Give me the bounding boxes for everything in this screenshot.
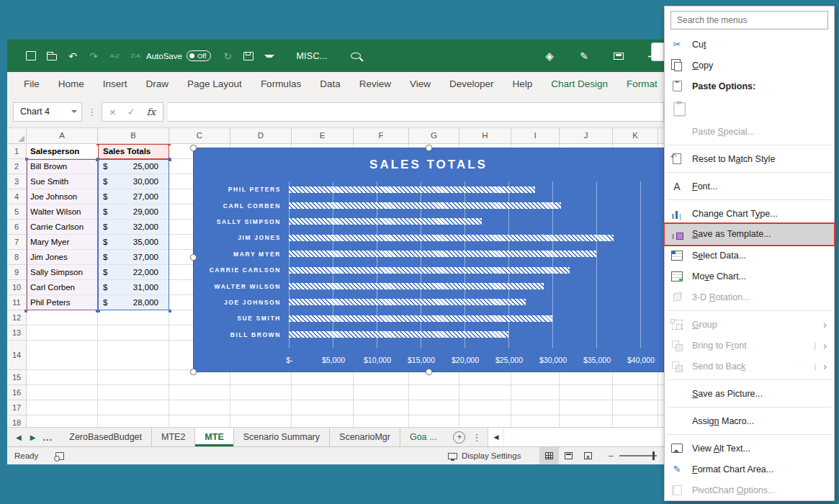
sheet-tab[interactable]: MTE2	[151, 428, 194, 446]
menu-item[interactable]: Select Data...	[665, 245, 834, 266]
chart-bar[interactable]	[289, 235, 614, 241]
prev-sheet-icon[interactable]: ◀	[16, 433, 22, 441]
cell-salesperson[interactable]: Sally Simpson	[27, 265, 98, 280]
chart-title[interactable]: SALES TOTALS	[194, 158, 663, 172]
zoom-out-icon[interactable]: −	[608, 451, 614, 462]
ribbon-tab[interactable]: Chart Design	[542, 72, 617, 96]
chart[interactable]: SALES TOTALS $- $5,000	[193, 148, 664, 372]
laser-pen-icon[interactable]	[579, 50, 589, 62]
display-settings-icon[interactable]	[448, 453, 457, 459]
sheet-tab[interactable]: Scenario Summary	[233, 428, 329, 446]
enter-icon[interactable]: ✓	[127, 107, 135, 117]
worksheet-grid[interactable]: 123456789101112131415161718 Salesperson …	[7, 144, 664, 427]
row-header[interactable]: 8	[7, 250, 26, 265]
row-header[interactable]: 4	[7, 189, 26, 204]
row-header[interactable]: 3	[7, 174, 26, 189]
open-file-icon[interactable]	[47, 54, 57, 60]
selection-handle[interactable]	[426, 145, 432, 151]
selection-handle[interactable]	[190, 369, 197, 375]
scroll-left-icon[interactable]	[488, 428, 504, 446]
column-header[interactable]: E	[292, 128, 354, 143]
column-header[interactable]: K	[613, 128, 658, 143]
chart-bar[interactable]	[289, 315, 552, 322]
ribbon-tab[interactable]: Formulas	[251, 72, 310, 96]
menu-item[interactable]: Change Chart Type...	[665, 203, 834, 224]
row-header[interactable]: 10	[7, 280, 26, 295]
menu-item[interactable]: Reset to Match Style	[665, 148, 834, 169]
row-header[interactable]: 13	[7, 325, 26, 341]
column-header[interactable]: J	[560, 128, 613, 143]
search-icon[interactable]	[351, 53, 361, 59]
cell-b1[interactable]: Sales Totals	[98, 144, 169, 159]
chart-bar[interactable]	[289, 202, 561, 209]
chart-bar[interactable]	[289, 251, 596, 257]
row-header[interactable]: 11	[7, 295, 26, 310]
sheet-tab[interactable]: ScenarioMgr	[329, 428, 400, 446]
cell-a1[interactable]: Salesperson	[27, 144, 98, 159]
menu-item[interactable]: Send to Back | ›	[665, 356, 834, 377]
ribbon-tab[interactable]: Developer	[440, 72, 503, 96]
ribbon-tab[interactable]: Home	[49, 72, 94, 96]
column-header[interactable]: F	[354, 128, 409, 143]
menu-item[interactable]: Bring to Front | ›	[665, 335, 834, 356]
autosave-toggle[interactable]: AutoSave Off	[146, 50, 211, 61]
horizontal-scrollbar[interactable]	[488, 428, 664, 446]
column-header[interactable]: G	[409, 128, 459, 143]
tab-options-dots-icon[interactable]: ⋮	[472, 432, 481, 443]
row-header[interactable]: 6	[7, 220, 26, 235]
row-header[interactable]: 2	[7, 159, 26, 174]
menu-item[interactable]: Format Chart Area...	[665, 459, 834, 480]
cell-salesperson[interactable]: Walter Wilson	[27, 204, 98, 220]
menu-search-box[interactable]	[670, 11, 828, 30]
ribbon-tab[interactable]: Page Layout	[178, 72, 251, 96]
selection-handle[interactable]	[190, 254, 197, 261]
sheet-overflow-indicator[interactable]: ...	[42, 432, 53, 443]
row-header[interactable]: 1	[7, 144, 26, 159]
macro-record-icon[interactable]	[55, 452, 64, 460]
chart-bar[interactable]	[289, 186, 535, 193]
display-settings-label[interactable]: Display Settings	[462, 451, 521, 460]
chart-bar[interactable]	[289, 283, 544, 289]
premium-gem-icon[interactable]	[544, 50, 555, 62]
row-header[interactable]: 7	[7, 235, 26, 250]
cell-salesperson[interactable]: Phil Peters	[27, 295, 98, 310]
cell-sales-total[interactable]: $ 28,000	[98, 295, 169, 310]
menu-item[interactable]: Paste Options:	[665, 76, 834, 96]
new-sheet-icon[interactable]	[453, 431, 465, 444]
row-header[interactable]: 16	[7, 385, 26, 400]
page-layout-view-button[interactable]	[559, 447, 578, 464]
cell-salesperson[interactable]: Mary Myer	[27, 235, 98, 250]
chart-bar[interactable]	[289, 267, 570, 274]
column-header[interactable]: I	[511, 128, 560, 143]
ribbon-tab[interactable]: Data	[310, 72, 350, 96]
name-box-caret-icon[interactable]	[71, 110, 77, 116]
selection-handle[interactable]	[426, 369, 432, 375]
name-box[interactable]: Chart 4	[13, 102, 82, 122]
cell-sales-total[interactable]: $ 37,000	[98, 250, 169, 265]
sheet-tab[interactable]: Goa ...	[400, 428, 447, 446]
ribbon-tab[interactable]: Format	[617, 72, 667, 96]
menu-item[interactable]: PivotChart Options...	[665, 480, 834, 500]
column-header[interactable]: D	[230, 128, 292, 143]
menu-item[interactable]: Copy	[665, 55, 834, 76]
menu-item[interactable]: View Alt Text...	[665, 438, 834, 459]
column-header[interactable]: C	[169, 128, 230, 143]
zoom-slider-handle[interactable]	[652, 451, 655, 460]
cell-sales-total[interactable]: $ 25,000	[98, 159, 169, 174]
cell-sales-total[interactable]: $ 31,000	[98, 280, 169, 295]
row-header[interactable]: 15	[7, 370, 26, 385]
save-icon[interactable]	[243, 52, 254, 60]
menu-item[interactable]: Save as Picture...	[665, 383, 834, 404]
insert-function-button[interactable]: fx	[147, 107, 156, 117]
row-header[interactable]: 12	[7, 310, 26, 325]
menu-item[interactable]: Paste Special...	[665, 121, 834, 142]
zoom-slider[interactable]	[619, 455, 657, 456]
column-header[interactable]: A	[27, 128, 98, 143]
row-header[interactable]: 14	[7, 341, 26, 370]
menu-item[interactable]	[665, 96, 834, 121]
cancel-icon[interactable]: ×	[109, 107, 116, 117]
menu-item[interactable]: Save as Template...	[665, 224, 834, 245]
cell-salesperson[interactable]: Bill Brown	[27, 159, 98, 174]
cell-salesperson[interactable]: Joe Johnson	[27, 189, 98, 204]
row-header[interactable]: 17	[7, 400, 26, 415]
